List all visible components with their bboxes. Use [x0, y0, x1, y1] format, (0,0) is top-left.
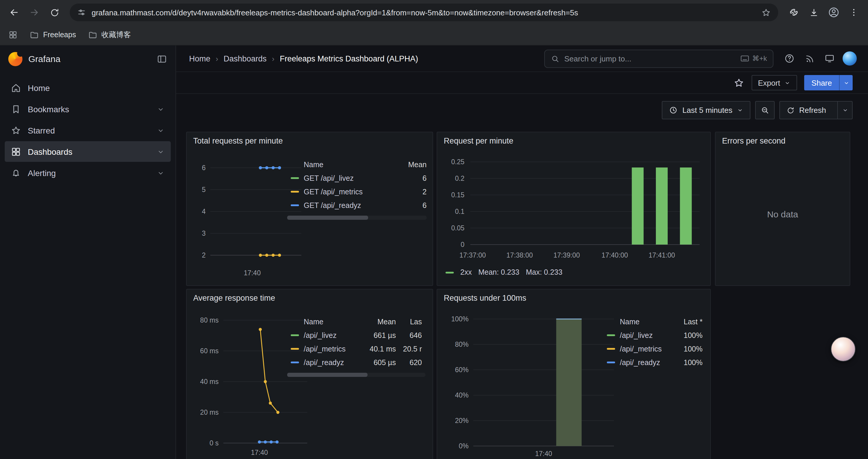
extensions-icon[interactable] [784, 3, 803, 22]
legend-series-name[interactable]: /api/_metrics [620, 345, 671, 353]
dashboard-actions: Export Share [176, 72, 868, 94]
legend-inline: 2xx Mean: 0.233 Max: 0.233 [445, 268, 562, 276]
legend-col-last[interactable]: Last * [671, 318, 703, 326]
scrollbar-thumb[interactable] [287, 373, 367, 377]
site-info-icon[interactable] [77, 8, 86, 17]
panel-title[interactable]: Requests under 100ms [444, 294, 526, 302]
keyboard-icon [740, 55, 749, 62]
zoom-out-button[interactable] [755, 101, 775, 119]
svg-text:20 ms: 20 ms [200, 408, 219, 416]
legend-series-name[interactable]: /api/_readyz [620, 358, 671, 366]
time-range-label: Last 5 minutes [682, 106, 733, 114]
grafana-logo[interactable] [8, 52, 23, 66]
time-range-picker[interactable]: Last 5 minutes [662, 101, 751, 119]
refresh-button[interactable]: Refresh [780, 102, 833, 119]
url-bar[interactable]: grafana.mathmast.com/d/deytv4rwavabkb/fr… [70, 4, 778, 21]
chart-requests-under-100ms[interactable]: 100%80%60%40%20%0%17:40 [441, 313, 618, 459]
sidebar-item-bookmarks[interactable]: Bookmarks [5, 99, 171, 119]
legend-series-mean: 605 µs [361, 358, 396, 366]
display-icon[interactable] [821, 50, 838, 67]
back-button[interactable] [5, 3, 24, 22]
bookmark-folder-blogs[interactable]: 收藏博客 [88, 30, 131, 40]
svg-text:17:40:00: 17:40:00 [601, 251, 628, 259]
reload-button[interactable] [45, 3, 64, 22]
refresh-interval-dropdown[interactable] [837, 102, 852, 119]
svg-text:0.2: 0.2 [455, 174, 464, 182]
share-dropdown-button[interactable] [839, 75, 852, 90]
share-button[interactable]: Share [804, 75, 839, 90]
legend-series-name[interactable]: /api/_metrics [304, 345, 361, 353]
zoom-out-icon [761, 106, 770, 114]
panel-title[interactable]: Request per minute [444, 136, 514, 145]
chevron-down-icon[interactable] [157, 126, 165, 134]
svg-text:17:39:00: 17:39:00 [553, 251, 580, 259]
legend-series-name[interactable]: 2xx [460, 268, 472, 276]
legend-col-name[interactable]: Name [304, 318, 361, 326]
legend-series-name[interactable]: GET /api/_metrics [304, 188, 395, 196]
sidebar-item-dashboards[interactable]: Dashboards [5, 141, 171, 162]
sidebar-collapse-icon[interactable] [157, 54, 167, 64]
legend-col-last[interactable]: Las [396, 318, 422, 326]
legend-series-name[interactable]: GET /api/_livez [304, 174, 395, 182]
breadcrumb-dashboards[interactable]: Dashboards [224, 54, 267, 63]
series-color-swatch [291, 362, 299, 363]
svg-text:0.15: 0.15 [451, 191, 464, 199]
no-data-message: No data [716, 209, 850, 219]
legend-series-name[interactable]: /api/_livez [620, 331, 671, 339]
bookmark-folder-freeleaps[interactable]: Freeleaps [30, 30, 76, 40]
forward-button[interactable] [25, 3, 44, 22]
reload-icon [49, 7, 59, 18]
svg-text:0 s: 0 s [210, 439, 219, 447]
favorite-star-icon[interactable] [733, 77, 744, 88]
share-button-group: Share [804, 75, 852, 90]
browser-profile-icon[interactable] [824, 3, 843, 22]
scrollbar-thumb[interactable] [287, 216, 368, 220]
series-color-swatch [291, 177, 299, 179]
sidebar-item-home[interactable]: Home [5, 77, 171, 98]
legend-col-mean[interactable]: Mean [395, 161, 427, 169]
legend-series-last: 646 [396, 331, 422, 339]
bell-icon [11, 167, 21, 178]
svg-text:17:40: 17:40 [251, 449, 268, 456]
svg-text:17:40: 17:40 [535, 450, 552, 458]
export-label: Export [758, 78, 780, 87]
panel-title[interactable]: Total requests per minute [193, 136, 283, 145]
panel-title[interactable]: Errors per second [722, 136, 785, 145]
legend-series-name[interactable]: GET /api/_readyz [304, 201, 395, 209]
export-button[interactable]: Export [751, 75, 797, 90]
legend-series-name[interactable]: /api/_livez [304, 331, 361, 339]
chevron-down-icon[interactable] [157, 105, 165, 113]
browser-toolbar: grafana.mathmast.com/d/deytv4rwavabkb/fr… [0, 0, 868, 25]
sidebar-item-label: Alerting [28, 168, 56, 177]
legend-row: /api/_metrics 40.1 ms 20.5 r [287, 342, 426, 356]
rss-icon[interactable] [801, 50, 818, 67]
sidebar-item-starred[interactable]: Starred [5, 120, 171, 140]
legend-series-name[interactable]: /api/_readyz [304, 358, 361, 366]
help-icon[interactable] [780, 50, 798, 67]
legend-scrollbar[interactable] [287, 216, 427, 220]
refresh-button-group: Refresh [780, 101, 852, 119]
dashboard-canvas: Last 5 minutes Refresh [176, 94, 868, 459]
chevron-down-icon[interactable] [157, 147, 165, 156]
legend-scrollbar[interactable] [287, 373, 426, 377]
user-avatar[interactable] [841, 50, 859, 67]
forward-arrow-icon [29, 7, 39, 18]
legend-row: /api/_metrics 100% [603, 342, 703, 356]
downloads-icon[interactable] [804, 3, 823, 22]
breadcrumb-home[interactable]: Home [189, 54, 210, 63]
legend-col-name[interactable]: Name [304, 161, 395, 169]
clock-icon [669, 106, 678, 114]
sidebar-item-alerting[interactable]: Alerting [5, 162, 171, 183]
legend-col-mean[interactable]: Mean [361, 318, 396, 326]
assistant-avatar[interactable] [831, 337, 856, 362]
apps-grid-icon[interactable] [8, 30, 18, 40]
legend-col-name[interactable]: Name [620, 318, 671, 326]
legend-row: GET /api/_metrics 2 [287, 185, 427, 198]
panel-title[interactable]: Average response time [193, 294, 275, 302]
browser-menu-icon[interactable] [844, 3, 863, 22]
chevron-down-icon[interactable] [157, 169, 165, 177]
chart-request-per-minute[interactable]: 0.250.20.150.10.05017:37:0017:38:0017:39… [441, 156, 707, 283]
bookmark-star-icon[interactable] [761, 7, 771, 18]
search-input[interactable]: Search or jump to... ⌘+k [544, 49, 773, 68]
legend-series-mean: 661 µs [361, 331, 396, 339]
